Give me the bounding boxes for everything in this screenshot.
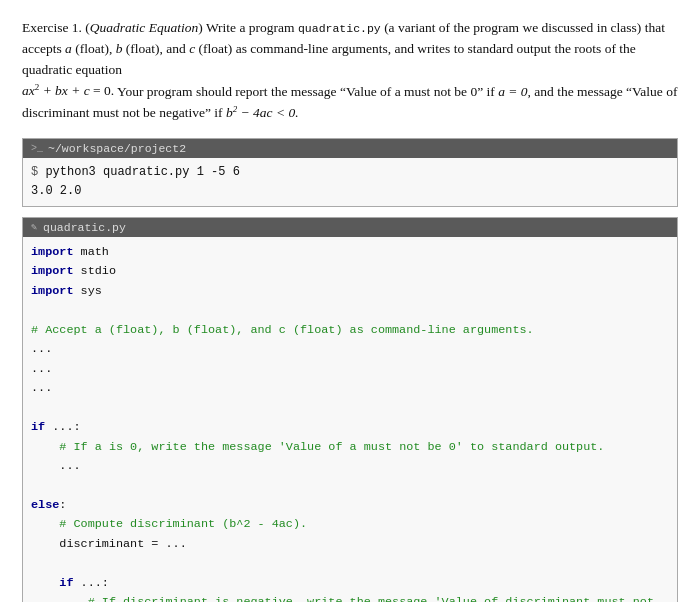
exercise-filename: quadratic.py xyxy=(298,22,381,35)
code-comment-indent: # If a is 0, write the message 'Value of… xyxy=(31,438,669,457)
cond1: a = 0, xyxy=(498,83,531,98)
code-blank xyxy=(31,399,669,418)
terminal-command-line: $ python3 quadratic.py 1 -5 6 xyxy=(31,163,669,182)
code-comment: # Accept a (float), b (float), and c (fl… xyxy=(31,321,669,340)
editor-filename: quadratic.py xyxy=(43,221,126,234)
terminal-output: 3.0 2.0 xyxy=(31,182,669,201)
exercise-number: 1 xyxy=(72,20,79,35)
code-comment-indent: # Compute discriminant (b^2 - 4ac). xyxy=(31,515,669,534)
type-c: (float) as command-line arguments, and w… xyxy=(22,41,636,77)
code-line: import stdio xyxy=(31,262,669,281)
dollar-sign: $ xyxy=(31,165,38,179)
var-c: c xyxy=(189,41,195,56)
terminal-arrow: >_ xyxy=(31,143,43,154)
editor-block: ✎ quadratic.py import math import stdio … xyxy=(22,217,678,602)
terminal-header: >_ ~/workspace/project2 xyxy=(23,139,677,158)
code-ellipsis: ... xyxy=(31,340,669,359)
type-b: (float), and xyxy=(126,41,186,56)
code-indent-ellipsis: ... xyxy=(31,457,669,476)
code-discriminant: discriminant = ... xyxy=(31,535,669,554)
exercise-intro: Write a program xyxy=(206,20,295,35)
equation-line: ax2 + bx + c = 0. xyxy=(22,83,117,98)
code-line: import sys xyxy=(31,282,669,301)
exercise-dot: . ( xyxy=(79,20,90,35)
var-b: b xyxy=(116,41,123,56)
terminal-body: $ python3 quadratic.py 1 -5 6 3.0 2.0 xyxy=(23,158,677,206)
terminal-block: >_ ~/workspace/project2 $ python3 quadra… xyxy=(22,138,678,207)
code-else: else: xyxy=(31,496,669,515)
terminal-cmd-text: python3 quadratic.py 1 -5 6 xyxy=(45,165,239,179)
code-if: if ...: xyxy=(31,418,669,437)
code-blank xyxy=(31,301,669,320)
terminal-path: ~/workspace/project2 xyxy=(48,142,186,155)
editor-header: ✎ quadratic.py xyxy=(23,218,677,237)
code-ellipsis: ... xyxy=(31,379,669,398)
code-blank xyxy=(31,554,669,573)
exercise-description: Exercise 1. (Quadratic Equation) Write a… xyxy=(22,18,678,124)
code-ellipsis: ... xyxy=(31,360,669,379)
code-line: import math xyxy=(31,243,669,262)
code-blank xyxy=(31,476,669,495)
editor-body: import math import stdio import sys # Ac… xyxy=(23,237,677,602)
code-inner-if: if ...: xyxy=(31,574,669,593)
exercise-title: Quadratic Equation xyxy=(90,20,198,35)
exercise-desc2: Your program should report the message “… xyxy=(117,83,495,98)
type-a: (float), xyxy=(75,41,112,56)
exercise-label: Exercise xyxy=(22,20,72,35)
exercise-paren-close: ) xyxy=(198,20,206,35)
file-icon: ✎ xyxy=(31,221,37,233)
cond2: b2 − 4ac < 0. xyxy=(226,105,299,120)
var-a: a xyxy=(65,41,72,56)
code-comment-indent2: # If discriminant is negative, write the… xyxy=(31,593,669,602)
